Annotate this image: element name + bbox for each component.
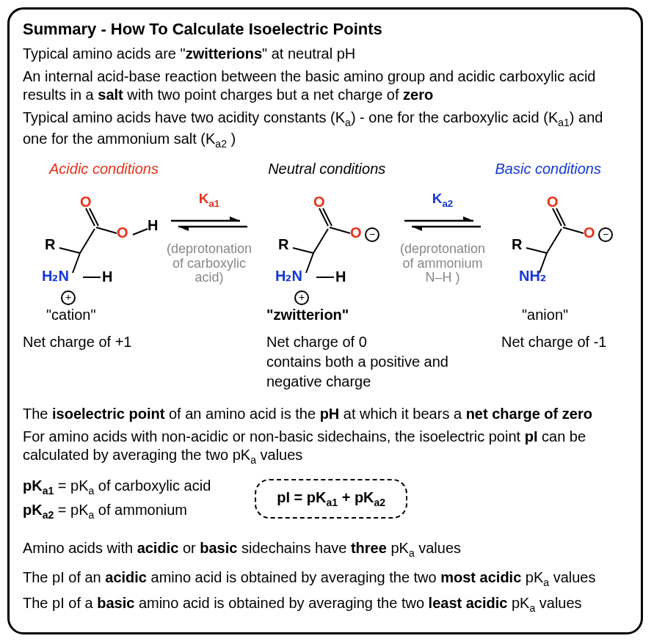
equilibrium-2: Ka2 (deprotonation of ammonium N–H ): [400, 191, 485, 285]
plus-icon: +: [61, 290, 76, 305]
para-1: Typical amino acids are "zwitterions" at…: [23, 45, 628, 63]
para-3: Typical amino acids have two acidity con…: [23, 109, 628, 150]
para-isoelectric: The isoelectric point of an amino acid i…: [23, 405, 628, 423]
molecule-zwitterion: O O − R H₂N H +: [256, 191, 396, 301]
pka-definitions: pKa1 = pKa of carboxylic acid pKa2 = pKa…: [23, 475, 211, 523]
svg-line-12: [313, 229, 328, 253]
para-2: An internal acid-base reaction between t…: [23, 67, 628, 104]
para-acidic-rule: The pI of an acidic amino acid is obtain…: [23, 568, 628, 590]
svg-line-16: [293, 248, 313, 253]
svg-line-6: [133, 229, 148, 235]
svg-line-0: [80, 229, 95, 253]
molecule-anion: O O − R NH₂: [490, 191, 614, 301]
equilibrium-arrow-icon: [400, 212, 485, 234]
conditions-row: Acidic conditions Neutral conditions Bas…: [23, 161, 628, 178]
svg-line-5: [73, 253, 80, 273]
cation-labels: "cation" Net charge of +1: [23, 305, 266, 392]
neutral-conditions-label: Neutral conditions: [268, 161, 385, 178]
svg-marker-11: [178, 227, 189, 231]
molecule-cation: O O H R H₂N H +: [23, 191, 162, 301]
minus-icon: −: [598, 227, 613, 242]
svg-line-23: [547, 229, 562, 253]
para-basic-rule: The pI of a basic amino acid is obtained…: [23, 594, 628, 615]
plus-icon: +: [294, 290, 309, 305]
zwitterion-labels: "zwitterion" Net charge of 0 contains bo…: [266, 305, 501, 392]
anion-labels: "anion" Net charge of -1: [501, 305, 628, 392]
basic-conditions-label: Basic conditions: [495, 161, 601, 178]
reaction-diagram: O O H R H₂N H + Ka1 (deprotonation of ca…: [23, 191, 628, 301]
species-labels-row: "cation" Net charge of +1 "zwitterion" N…: [23, 305, 628, 392]
equilibrium-arrow-icon: [167, 212, 252, 234]
acidic-conditions-label: Acidic conditions: [49, 161, 159, 178]
summary-card: Summary - How To Calculate Isoelectric P…: [7, 7, 643, 634]
svg-line-3: [96, 227, 117, 233]
formula-row: pKa1 = pKa of carboxylic acid pKa2 = pKa…: [23, 475, 628, 523]
svg-line-26: [563, 227, 584, 233]
equilibrium-1: Ka1 (deprotonation of carboxylic acid): [167, 191, 252, 285]
para-three-pka: Amino acids with acidic or basic sidecha…: [23, 539, 628, 560]
svg-line-17: [306, 253, 313, 273]
para-pI-calc: For amino acids with non-acidic or non-b…: [23, 428, 628, 467]
svg-marker-9: [230, 216, 240, 221]
svg-line-4: [59, 248, 80, 253]
minus-icon: −: [365, 227, 379, 242]
svg-line-15: [330, 227, 350, 233]
title: Summary - How To Calculate Isoelectric P…: [23, 20, 628, 39]
pI-formula-box: pI = pKa1 + pKa2: [255, 479, 407, 519]
svg-line-27: [526, 248, 547, 253]
